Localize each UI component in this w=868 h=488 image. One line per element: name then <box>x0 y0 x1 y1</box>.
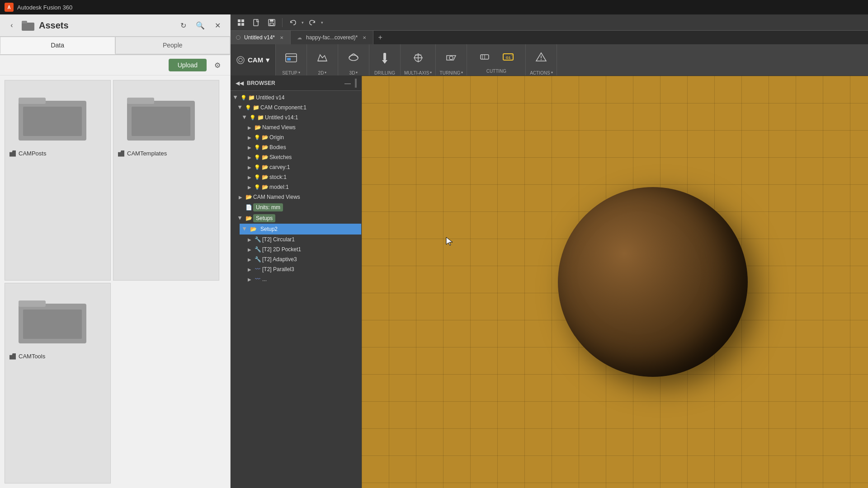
grid-view-button[interactable] <box>234 16 248 29</box>
back-button[interactable]: ‹ <box>6 20 17 31</box>
close-panel-button[interactable]: ✕ <box>211 19 224 32</box>
drilling-icons <box>373 46 396 70</box>
file-button[interactable] <box>250 16 263 29</box>
tree-item-sketches[interactable]: ▶ 💡 📂 Sketches <box>244 152 361 162</box>
tab-data[interactable]: Data <box>0 37 115 54</box>
label-carvey1: carvey:1 <box>269 164 290 170</box>
expand-bodies[interactable]: ▶ <box>246 144 253 151</box>
toolbar-separator-1 <box>282 18 283 27</box>
turning-arrow[interactable]: ▾ <box>461 70 463 75</box>
tab-happy-fac[interactable]: ☁ happy-fac...covered)* ✕ <box>291 31 373 44</box>
expand-setups[interactable]: ▶ <box>237 215 244 222</box>
svg-rect-4 <box>23 107 82 136</box>
tree-item-setups[interactable]: ▶ 📂 Setups <box>235 213 361 224</box>
folder-model1: 📂 <box>261 183 269 191</box>
browser-collapse-button[interactable]: ◀◀ <box>235 79 244 88</box>
2d-button[interactable] <box>311 46 334 70</box>
folder-camtemplates-label: CAMTemplates <box>118 150 167 157</box>
tree-item-t2-adaptive3[interactable]: ▶ 🔧 [T2] Adaptive3 <box>244 254 361 264</box>
expand-untitled-v14-1[interactable]: ▶ <box>241 114 249 121</box>
expand-parallel3[interactable]: ▶ <box>246 266 253 273</box>
2d-label: 2D <box>318 70 324 75</box>
folder-camtemplates[interactable]: CAMTemplates <box>113 80 219 281</box>
browser-resize-handle[interactable] <box>355 79 357 88</box>
tree-item-cam-named-views[interactable]: ▶ 📂 CAM Named Views <box>235 192 361 202</box>
redo-arrow[interactable]: ▾ <box>321 20 323 25</box>
3d-arrow[interactable]: ▾ <box>356 70 358 75</box>
save-button[interactable] <box>265 16 278 29</box>
multiaxis-button[interactable] <box>406 46 430 70</box>
assets-folder-icon <box>22 19 34 32</box>
expand-named-views[interactable]: ▶ <box>246 124 253 131</box>
tab-untitled-v14[interactable]: Untitled v14* ✕ <box>231 31 291 44</box>
tab-close-happy-fac[interactable]: ✕ <box>361 34 368 41</box>
setup-button[interactable] <box>279 46 303 70</box>
expand-untitled-v14[interactable]: ▶ <box>232 94 240 101</box>
undo-button[interactable] <box>286 16 300 29</box>
expand-setup2[interactable]: ▶ <box>241 225 249 233</box>
expand-more[interactable]: ▶ <box>246 276 253 283</box>
label-untitled-v14-1: Untitled v14:1 <box>265 114 298 121</box>
label-circular1: [T2] Circular1 <box>262 236 295 243</box>
expand-model1[interactable]: ▶ <box>246 183 253 191</box>
expand-cam-named-views[interactable]: ▶ <box>237 193 244 201</box>
tab-add-button[interactable]: + <box>373 31 387 44</box>
search-button[interactable]: 🔍 <box>194 19 207 32</box>
tree-item-bodies[interactable]: ▶ 💡 📂 Bodies <box>244 142 361 152</box>
svg-rect-17 <box>270 19 274 22</box>
3d-label: 3D <box>349 70 355 75</box>
tab-people[interactable]: People <box>115 37 231 54</box>
turning-button[interactable] <box>439 46 463 70</box>
expand-adaptive3[interactable]: ▶ <box>246 256 253 263</box>
label-untitled-v14: Untitled v14 <box>256 94 284 101</box>
tree-item-stock1[interactable]: ▶ 💡 📂 stock:1 <box>244 172 361 182</box>
expand-carvey1[interactable]: ▶ <box>246 164 253 171</box>
assets-header: ‹ Assets ↻ 🔍 ✕ <box>0 14 230 37</box>
undo-arrow[interactable]: ▾ <box>302 20 304 25</box>
tree-item-t2-parallel3[interactable]: ▶ 〰 [T2] Parallel3 <box>244 264 361 274</box>
multiaxis-arrow[interactable]: ▾ <box>430 70 432 75</box>
tree-item-t2-2dpocket1[interactable]: ▶ 🔧 [T2] 2D Pocket1 <box>244 244 361 254</box>
folder-sketches: 📂 <box>261 154 269 161</box>
tree-item-origin[interactable]: ▶ 💡 📂 Origin <box>244 132 361 142</box>
refresh-button[interactable]: ↻ <box>177 19 189 32</box>
drilling-button[interactable] <box>373 46 396 70</box>
tree-item-units[interactable]: ▶ 📄 Units: mm <box>235 202 361 213</box>
tree-item-setup2[interactable]: ▶ 📂 Setup2 <box>240 224 361 235</box>
label-more: ... <box>262 276 267 282</box>
expand-2dpocket1[interactable]: ▶ <box>246 246 253 253</box>
settings-button[interactable]: ⚙ <box>211 59 224 71</box>
tab-close-untitled[interactable]: ✕ <box>278 34 285 41</box>
tree-item-more[interactable]: ▶ 〰 ... <box>244 274 361 284</box>
actions-icons <box>529 46 553 70</box>
tree-item-model1[interactable]: ▶ 💡 📂 model:1 <box>244 182 361 192</box>
actions-arrow[interactable]: ▾ <box>551 70 553 75</box>
3d-button[interactable] <box>342 46 365 70</box>
upload-button[interactable]: Upload <box>169 59 207 71</box>
expand-sketches[interactable]: ▶ <box>246 154 253 161</box>
actions-button[interactable] <box>529 46 553 70</box>
folder-camtools[interactable]: CAMTools <box>5 283 111 483</box>
tree-item-t2-circular1[interactable]: ▶ 🔧 [T2] Circular1 <box>244 235 361 244</box>
label-setups: Setups <box>253 214 275 222</box>
tree-item-carvey1[interactable]: ▶ 💡 📂 carvey:1 <box>244 162 361 172</box>
expand-circular1[interactable]: ▶ <box>246 236 253 243</box>
redo-button[interactable] <box>306 16 319 29</box>
expand-origin[interactable]: ▶ <box>246 134 253 141</box>
cam-dropdown[interactable]: CAM ▾ <box>231 44 276 75</box>
folder-camposts[interactable]: CAMPosts <box>5 80 111 281</box>
cutting-button-2[interactable]: G1 2 <box>497 46 519 68</box>
expand-stock1[interactable]: ▶ <box>246 174 253 181</box>
setup-arrow[interactable]: ▾ <box>298 70 300 75</box>
tree-item-untitled-v14-1[interactable]: ▶ 💡 📁 Untitled v14:1 <box>240 113 361 122</box>
tree-item-cam-component[interactable]: ▶ 💡 📁 CAM Component:1 <box>235 103 361 113</box>
tree-item-untitled-v14[interactable]: ▶ 💡 📁 Untitled v14 <box>231 93 361 103</box>
folder-carvey1: 📂 <box>261 164 269 171</box>
2d-arrow[interactable]: ▾ <box>325 70 326 75</box>
viewport[interactable] <box>362 76 868 488</box>
browser-minimize-button[interactable]: — <box>343 79 352 88</box>
expand-cam-component[interactable]: ▶ <box>237 104 244 111</box>
tree-item-named-views[interactable]: ▶ 📂 Named Views <box>244 122 361 132</box>
cutting-button-1[interactable] <box>474 46 495 68</box>
2d-label-container: 2D ▾ <box>318 70 327 75</box>
